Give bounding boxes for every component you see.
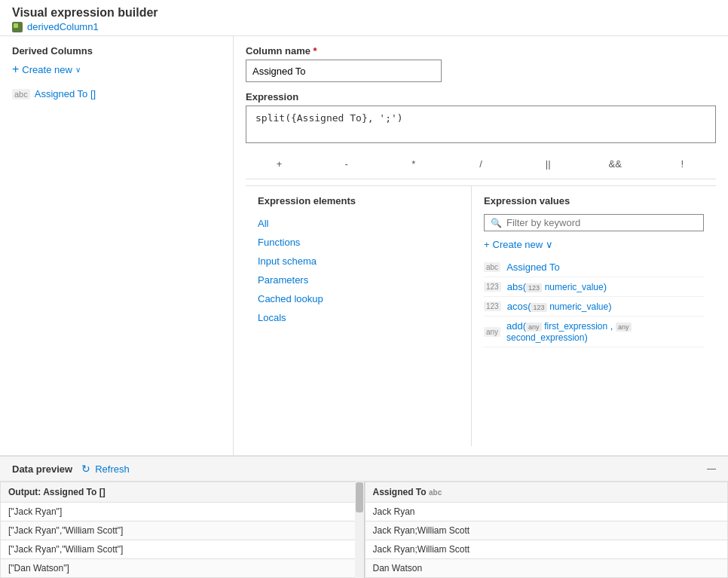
table-row: ["Jack Ryan","William Scott"] (1, 540, 364, 559)
type-badge-abc: abc (12, 89, 30, 99)
value-name-add: add(any first_expression , any second_ex… (506, 320, 704, 343)
expression-editor[interactable]: split({Assigned To}, ';') (246, 106, 716, 143)
column-name-section: Column name * (246, 45, 716, 82)
table-row: Jack Ryan;William Scott (365, 521, 728, 540)
value-type-badge: abc (484, 262, 500, 272)
right-panel: Column name * Expression split({Assigned… (234, 36, 728, 455)
search-icon: 🔍 (491, 218, 502, 228)
filter-input[interactable] (506, 217, 697, 228)
scrollbar-thumb[interactable] (356, 482, 363, 512)
operator-not[interactable]: ! (649, 155, 716, 173)
value-type-badge-abs: 123 (484, 282, 501, 292)
param-name-add2: second_expression (506, 332, 584, 343)
expression-section: Expression split({Assigned To}, ';') (246, 91, 716, 143)
derived-col-name: derivedColumn1 (27, 21, 99, 32)
any-badge-add2: any (616, 323, 632, 332)
expression-text: split({Assigned To}, ';') (255, 112, 403, 124)
scrollbar[interactable] (355, 482, 364, 578)
data-table-wrap: Output: Assigned To [] ["Jack Ryan"] ["J… (0, 482, 728, 578)
value-type-badge-add: any (484, 327, 500, 337)
expression-elements-title: Expression elements (258, 195, 459, 206)
operator-multiply[interactable]: * (380, 155, 447, 173)
table-row: ["Jack Ryan"] (1, 503, 364, 521)
create-new-values-button[interactable]: + Create new ∨ (484, 239, 704, 250)
elem-functions[interactable]: Functions (258, 233, 459, 252)
operator-divide[interactable]: / (447, 155, 514, 173)
refresh-icon: ↻ (81, 463, 90, 475)
column-name-label: Column name * (246, 45, 716, 57)
column-type-badge: abc (429, 488, 442, 497)
elem-input-schema[interactable]: Input schema (258, 252, 459, 271)
value-item-assigned-to[interactable]: abc Assigned To (484, 258, 704, 277)
derived-item[interactable]: abc Assigned To [] (12, 85, 221, 102)
param-name: numeric_value (545, 282, 604, 292)
plus-icon: + (12, 63, 19, 76)
assigned-table: Assigned To abc Jack Ryan Jack Ryan;Will… (365, 482, 729, 578)
operator-or[interactable]: || (515, 155, 582, 173)
app-title: Visual expression builder (12, 6, 716, 20)
value-name-abs: abs(123 numeric_value) (507, 281, 607, 292)
refresh-label: Refresh (95, 463, 130, 475)
refresh-button[interactable]: ↻ Refresh (81, 463, 130, 475)
output-column-header: Output: Assigned To [] (1, 482, 364, 503)
create-new-button[interactable]: + Create new ∨ (12, 63, 221, 76)
data-preview-title: Data preview (12, 463, 72, 475)
expression-label: Expression (246, 91, 716, 102)
assigned-column-header: Assigned To abc (365, 482, 728, 503)
derived-item-label: Assigned To [] (35, 88, 96, 99)
value-name-acos: acos(123 numeric_value) (507, 301, 612, 312)
table-row: ["Jack Ryan","William Scott"] (1, 521, 364, 540)
operator-plus[interactable]: + (246, 155, 313, 173)
expression-elements-list: All Functions Input schema Parameters Ca… (258, 214, 459, 327)
elem-all[interactable]: All (258, 214, 459, 233)
operators-row: + - * / || && ! (246, 149, 716, 179)
chevron-down-icon: ∨ (75, 66, 81, 74)
table-right: Assigned To abc Jack Ryan Jack Ryan;Will… (365, 482, 729, 578)
left-panel: Derived Columns + Create new ∨ abc Assig… (0, 36, 234, 455)
column-name-input[interactable] (246, 60, 442, 82)
elem-parameters[interactable]: Parameters (258, 271, 459, 289)
value-type-badge-acos: 123 (484, 301, 501, 311)
elem-cached-lookup[interactable]: Cached lookup (258, 289, 459, 308)
value-name: Assigned To (506, 261, 560, 273)
plus-icon-values: + (484, 239, 490, 250)
any-badge-acos: 123 (531, 303, 546, 312)
data-preview: Data preview ↻ Refresh — Output: Assigne… (0, 455, 728, 578)
expression-panels: Expression elements All Functions Input … (246, 185, 716, 446)
minimize-icon[interactable]: — (707, 463, 716, 474)
operator-minus[interactable]: - (313, 155, 380, 173)
param-name-add1: first_expression (544, 321, 607, 332)
value-item-acos[interactable]: 123 acos(123 numeric_value) (484, 297, 704, 317)
app-container: Visual expression builder derivedColumn1… (0, 0, 728, 578)
filter-input-wrap: 🔍 (484, 214, 704, 231)
table-row: Jack Ryan (365, 503, 728, 521)
value-item-abs[interactable]: 123 abs(123 numeric_value) (484, 277, 704, 297)
derived-columns-title: Derived Columns (12, 45, 221, 57)
table-left: Output: Assigned To [] ["Jack Ryan"] ["J… (0, 482, 365, 578)
header-subtitle: derivedColumn1 (12, 21, 716, 32)
expression-elements-panel: Expression elements All Functions Input … (246, 186, 472, 446)
expression-values-title: Expression values (484, 195, 704, 206)
header: Visual expression builder derivedColumn1 (0, 0, 728, 36)
table-row: ["Dan Watson"] (1, 559, 364, 578)
param-name-acos: numeric_value (549, 301, 608, 312)
main-content: Derived Columns + Create new ∨ abc Assig… (0, 36, 728, 455)
output-table: Output: Assigned To [] ["Jack Ryan"] ["J… (0, 482, 364, 578)
elem-locals[interactable]: Locals (258, 308, 459, 327)
derived-column-icon (12, 22, 23, 32)
table-row: Dan Watson (365, 559, 728, 578)
operator-and[interactable]: && (582, 155, 649, 173)
create-new-values-label: Create new (493, 239, 543, 250)
data-preview-header: Data preview ↻ Refresh — (0, 457, 728, 482)
expression-values-panel: Expression values 🔍 + Create new ∨ abc A… (472, 186, 716, 446)
table-row: Jack Ryan;William Scott (365, 540, 728, 559)
chevron-down-values-icon: ∨ (546, 239, 553, 250)
create-new-label: Create new (22, 64, 72, 75)
any-badge: 123 (526, 283, 542, 292)
any-badge-add1: any (526, 323, 542, 332)
value-item-add[interactable]: any add(any first_expression , any secon… (484, 317, 704, 347)
required-star: * (314, 45, 317, 57)
